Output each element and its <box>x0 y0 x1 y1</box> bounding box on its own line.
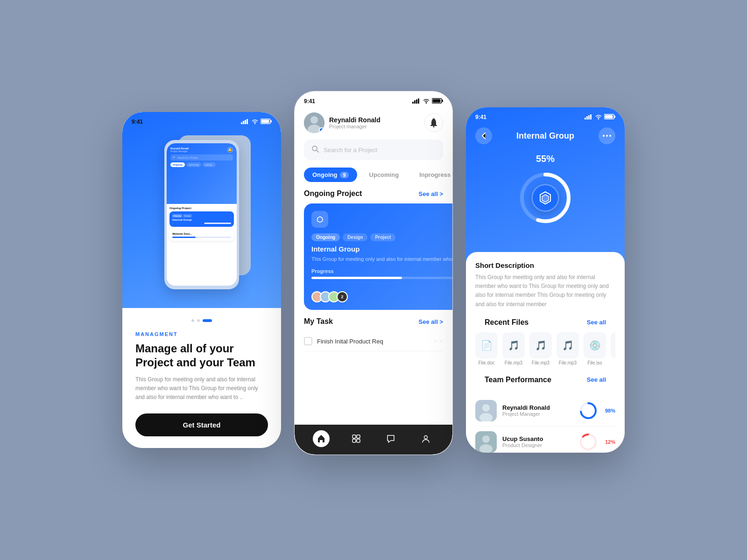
time-3: 9:41 <box>475 114 486 121</box>
task-checkbox-1[interactable] <box>304 337 312 345</box>
perf-pct-2: 12% <box>605 439 615 445</box>
nav-home[interactable] <box>313 430 330 447</box>
nav-grid[interactable] <box>348 430 365 447</box>
status-bar-3: 9:41 <box>466 107 625 126</box>
file-icon-doc: 📄 <box>475 332 498 358</box>
progress-track-1 <box>311 277 452 279</box>
card-tags-1: Ongoing Design Project <box>311 233 452 241</box>
file-icon-mp3-1: 🎵 <box>502 332 525 358</box>
card-footer-1: 2 📅 🔗 <box>311 291 452 302</box>
status-icons-2 <box>412 98 443 105</box>
files-title: Recent Files <box>485 318 529 327</box>
wifi-icon <box>251 119 259 126</box>
tag-design-1: Design <box>343 233 367 241</box>
perf-ring-2 <box>579 433 598 451</box>
status-bar-1: 9:41 <box>122 112 281 129</box>
tab-inprogress[interactable]: Inprogress <box>411 168 452 182</box>
nav-chat[interactable] <box>382 430 399 447</box>
file-name-4: File.mp3 <box>559 360 577 365</box>
member-avatars-1: 2 <box>311 291 345 302</box>
tab-upcoming[interactable]: Upcoming <box>361 168 408 182</box>
team-member-1: Reynaldi Ronald Project Manager 98% <box>475 395 615 427</box>
see-all-ongoing[interactable]: See all > <box>419 190 443 197</box>
progress-label-1: Progress <box>311 268 452 274</box>
see-all-files[interactable]: See all <box>587 319 606 326</box>
get-started-button[interactable]: Get Started <box>135 413 268 436</box>
phone1-header: 9:41 <box>122 112 281 308</box>
task-more-dots[interactable]: · · <box>434 337 443 345</box>
member-role-2: Product Designer <box>502 442 573 448</box>
file-item-3[interactable]: 🎵 File.mp3 <box>529 332 552 365</box>
phone-detail: 9:41 Internal Group <box>466 107 625 453</box>
tab-ongoing[interactable]: Ongoing 9 <box>304 168 357 182</box>
svg-point-17 <box>433 126 435 127</box>
team-list: Reynaldi Ronald Project Manager 98% <box>475 395 615 453</box>
files-section-header: Recent Files See all <box>475 318 615 332</box>
svg-rect-5 <box>271 120 272 123</box>
see-all-tasks[interactable]: See all > <box>419 318 443 325</box>
time-2: 9:41 <box>304 98 315 105</box>
search-icon <box>311 145 319 154</box>
files-list: 📄 File.doc 🎵 File.mp3 🎵 File.mp3 🎵 File.… <box>475 332 615 368</box>
battery-icon-2 <box>432 98 443 105</box>
member-name-1: Reynaldi Ronald <box>502 404 573 411</box>
dot-2 <box>197 319 200 322</box>
progress-circle-section: 55% <box>466 154 625 240</box>
phone3-body: Short Description This Group for meeting… <box>466 252 625 453</box>
svg-rect-23 <box>357 439 360 442</box>
more-button[interactable] <box>599 127 615 144</box>
svg-point-43 <box>482 435 490 443</box>
svg-rect-8 <box>414 100 416 104</box>
svg-rect-27 <box>588 115 590 119</box>
battery-icon-3 <box>604 114 615 121</box>
card-top-1: ⬡ ··· <box>311 211 452 228</box>
team-member-2: Ucup Susanto Product Designer 12% <box>475 427 615 453</box>
wifi-icon-2 <box>423 98 430 105</box>
tag-project-1: Project <box>370 233 395 241</box>
svg-point-15 <box>310 116 318 124</box>
see-all-team[interactable]: See all <box>587 376 606 383</box>
username: Reynaldi Ronald <box>329 116 381 124</box>
avatar-online-badge <box>319 127 324 133</box>
notification-button[interactable] <box>424 113 443 132</box>
battery-icon <box>261 119 272 126</box>
file-item-5[interactable]: 💿 File.iso <box>584 332 606 365</box>
detail-title: Internal Group <box>516 131 574 141</box>
k-logo-icon: ⬡ <box>317 215 323 224</box>
team-section-header: Team Performance See all <box>475 376 615 390</box>
svg-rect-21 <box>357 435 360 438</box>
signal-icon <box>241 119 249 126</box>
card-desc-1: This Group for meeting only and also for… <box>311 256 452 263</box>
user-details: Reynaldi Ronald Project manager <box>329 116 381 129</box>
member-role-1: Project Manager <box>502 411 573 417</box>
member-info-us: Ucup Susanto Product Designer <box>502 435 573 448</box>
task-item-1: Finish Inital Product Req · · <box>304 331 443 351</box>
signal-icon-2 <box>412 98 421 105</box>
mini-phone-mockup: Reynaldi RonaldProject Manager 🔔 🔍 Searc… <box>146 135 258 294</box>
svg-point-24 <box>424 436 427 439</box>
project-card-internal[interactable]: ⬡ ··· Ongoing Design Project Internal Gr… <box>304 203 452 310</box>
wifi-icon-3 <box>595 114 602 121</box>
file-icon-mp3-2: 🎵 <box>529 332 552 358</box>
member-count-1: 2 <box>337 291 348 302</box>
search-bar[interactable]: Search for a Project <box>304 140 443 160</box>
svg-point-34 <box>609 135 611 137</box>
nav-profile[interactable] <box>417 430 434 447</box>
back-button[interactable] <box>475 127 492 144</box>
svg-rect-20 <box>352 435 356 438</box>
svg-rect-22 <box>352 439 356 442</box>
file-item-2[interactable]: 🎵 File.mp3 <box>502 332 525 365</box>
onboarding-headline: Manage all of your Project and your Team <box>135 342 268 370</box>
file-item-4[interactable]: 🎵 File.mp3 <box>557 332 579 365</box>
svg-rect-2 <box>245 120 246 124</box>
svg-rect-13 <box>433 99 441 103</box>
phone1-bottom: MANAGMENT Manage all of your Project and… <box>122 308 281 448</box>
card-logo-1: ⬡ <box>311 211 328 228</box>
ongoing-section-header: Ongoing Project See all > <box>295 189 452 203</box>
file-item-6[interactable]: 📁 Fil... <box>611 332 615 365</box>
status-bar-2: 9:41 <box>295 91 452 109</box>
progress-pct-1: 55% <box>311 281 452 287</box>
team-title: Team Performance <box>485 376 551 384</box>
phone2-header: Reynaldi Ronald Project manager <box>295 109 452 140</box>
file-item-1[interactable]: 📄 File.doc <box>475 332 498 365</box>
